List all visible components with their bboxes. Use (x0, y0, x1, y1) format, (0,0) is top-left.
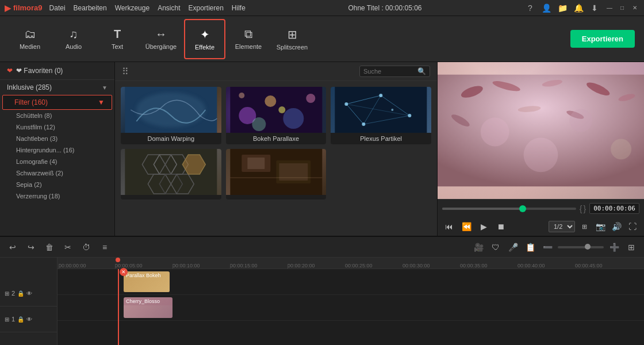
volume-icon[interactable]: 🔊 (610, 220, 623, 233)
clipboard-icon[interactable]: 📋 (523, 240, 537, 254)
cat-schwarzweiss[interactable]: Schwarzweiß (2) (0, 167, 114, 179)
minimize-button[interactable]: — (605, 3, 614, 13)
stop-button[interactable]: ⏹ (494, 220, 508, 233)
cat-filter[interactable]: Filter (160) ▼ (2, 95, 112, 110)
help-icon[interactable]: ? (524, 2, 536, 14)
cat-schutteln[interactable]: Schütteln (8) (0, 110, 114, 121)
track2-number: 2 (12, 290, 15, 297)
menu-bar: Datei Bearbeiten Werkzeuge Ansicht Expor… (49, 4, 246, 12)
cat-sepia[interactable]: Sepia (2) (0, 179, 114, 190)
clip-cherry-label: Cherry_Blosso (124, 297, 172, 305)
effect-plexus-partikel[interactable]: Plexus Partikel (331, 87, 431, 144)
preview-scrubber[interactable] (442, 208, 576, 210)
cat-lomografie[interactable]: Lomografie (4) (0, 156, 114, 167)
medien-icon: 🗂 (24, 28, 36, 41)
menu-datei[interactable]: Datei (49, 4, 66, 12)
track1-lock-icon[interactable]: 🔒 (17, 316, 24, 323)
menu-werkzeuge[interactable]: Werkzeuge (115, 4, 150, 12)
scrubber-handle[interactable] (519, 205, 526, 212)
tool-effekte[interactable]: ✦ Effekte (184, 19, 225, 59)
track2-eye-icon[interactable]: 👁 (26, 290, 32, 297)
cut-button[interactable]: ✂ (61, 240, 75, 254)
play-button[interactable]: ▶ (477, 220, 490, 233)
notification-icon[interactable]: 🔔 (573, 2, 584, 14)
cat-filter-label: Filter (160) (14, 98, 48, 106)
tool-uebergaenge[interactable]: ↔ Übergänge (140, 19, 182, 59)
ruler-line-0 (59, 264, 59, 269)
title-bar: ▶ filmora9 Datei Bearbeiten Werkzeuge An… (0, 0, 644, 16)
rewind-button[interactable]: ⏪ (459, 220, 473, 233)
clip-parallax-bokeh[interactable]: Parallax Bokeh (124, 271, 170, 292)
cat-hintergrund[interactable]: Hintergrundun... (16) (0, 144, 114, 156)
tool-text[interactable]: T Text (97, 19, 138, 59)
redo-button[interactable]: ↪ (24, 240, 38, 254)
plus-icon[interactable]: ➕ (607, 240, 621, 254)
settings-button[interactable]: ≡ (98, 240, 112, 254)
effect-domain-warping[interactable]: Domain Warping (121, 87, 221, 144)
cat-kunstfilm[interactable]: Kunstfilm (12) (0, 121, 114, 133)
maximize-button[interactable]: □ (618, 3, 627, 13)
effect-hexa[interactable] (121, 149, 221, 200)
menu-exportieren[interactable]: Exportieren (188, 4, 223, 12)
audio-icon: ♫ (70, 28, 78, 41)
ruler-line-15 (230, 264, 231, 269)
export-button[interactable]: Exportieren (570, 30, 635, 48)
svg-rect-33 (247, 158, 264, 169)
tool-medien[interactable]: 🗂 Medien (9, 19, 51, 59)
app-logo: ▶ filmora9 (5, 3, 43, 13)
track-label-2: ⊞ 2 🔒 👁 (0, 281, 57, 306)
expand-icon[interactable]: ⛶ (626, 220, 639, 233)
minus-icon[interactable]: ➖ (540, 240, 554, 254)
cat-inklusive[interactable]: Inklusive (285) ▼ (0, 80, 114, 95)
ruler: 00:00:00:00 00:00:05:00 00:00:10:00 00:0… (57, 258, 644, 269)
grid-options-icon[interactable]: ⠿ (122, 66, 130, 77)
clip-parallax-label: Parallax Bokeh (124, 271, 170, 279)
undo-button[interactable]: ↩ (6, 240, 20, 254)
audio-label: Audio (66, 43, 82, 50)
effects-grid: Domain Warping Bokeh Parall (115, 81, 437, 205)
screenshot-icon[interactable]: 📷 (593, 220, 607, 233)
effect-bokeh-parallaxe[interactable]: Bokeh Parallaxe (226, 87, 327, 144)
left-panel: ❤ ❤ Favoriten (0) Inklusive (285) ▼ Filt… (0, 62, 115, 236)
fullscreen-icon[interactable]: ⊞ (577, 220, 591, 233)
close-button[interactable]: ✕ (630, 3, 639, 13)
mic-icon[interactable]: 🎤 (506, 240, 520, 254)
cat-nachtleben[interactable]: Nachtleben (3) (0, 133, 114, 144)
camera-icon[interactable]: 🎥 (471, 240, 485, 254)
download-icon[interactable]: ⬇ (589, 2, 600, 14)
track2-lock-icon[interactable]: 🔒 (17, 290, 24, 297)
text-icon: T (114, 28, 121, 41)
quality-select[interactable]: 1/2 (549, 221, 575, 232)
cat-inklusive-label: Inklusive (285) (7, 83, 52, 91)
track1-eye-icon[interactable]: 👁 (26, 316, 32, 323)
shield-icon[interactable]: 🛡 (489, 240, 503, 254)
time-button[interactable]: ⏱ (79, 240, 93, 254)
effect-photo[interactable] (226, 149, 327, 200)
delete-button[interactable]: 🗑 (43, 240, 56, 254)
track-labels: ⊞ 2 🔒 👁 ⊞ 1 🔒 👁 (0, 258, 57, 345)
zoom-handle[interactable] (585, 244, 591, 250)
playhead[interactable] (118, 269, 119, 345)
skip-back-button[interactable]: ⏮ (442, 220, 456, 233)
elemente-icon: ⧉ (244, 28, 252, 41)
search-input[interactable] (363, 68, 415, 75)
delete-clip-button[interactable]: ✕ (120, 268, 128, 276)
cat-verzerrung[interactable]: Verzerrung (18) (0, 190, 114, 202)
menu-ansicht[interactable]: Ansicht (158, 4, 180, 12)
svg-point-18 (345, 102, 348, 106)
ruler-line-10 (172, 264, 173, 269)
bracket-left: { } (580, 204, 586, 213)
bracket-close[interactable]: } (583, 204, 586, 213)
user-icon[interactable]: 👤 (540, 2, 552, 14)
tool-splitscreen[interactable]: ⊞ Splitscreen (271, 19, 313, 59)
zoom-slider[interactable] (558, 246, 604, 248)
grid-icon[interactable]: ⊞ (624, 240, 638, 254)
folder-icon[interactable]: 📁 (557, 2, 568, 14)
menu-bearbeiten[interactable]: Bearbeiten (74, 4, 107, 12)
tool-audio[interactable]: ♫ Audio (53, 19, 94, 59)
clip-cherry-blossom[interactable]: Cherry_Blosso (124, 297, 172, 318)
menu-hilfe[interactable]: Hilfe (232, 4, 246, 12)
tool-elemente[interactable]: ⧉ Elemente (228, 19, 269, 59)
timeline-content: ⊞ 2 🔒 👁 ⊞ 1 🔒 👁 00:00:00:00 00:00:05:00 … (0, 258, 644, 345)
bracket-open[interactable]: { (580, 204, 582, 213)
